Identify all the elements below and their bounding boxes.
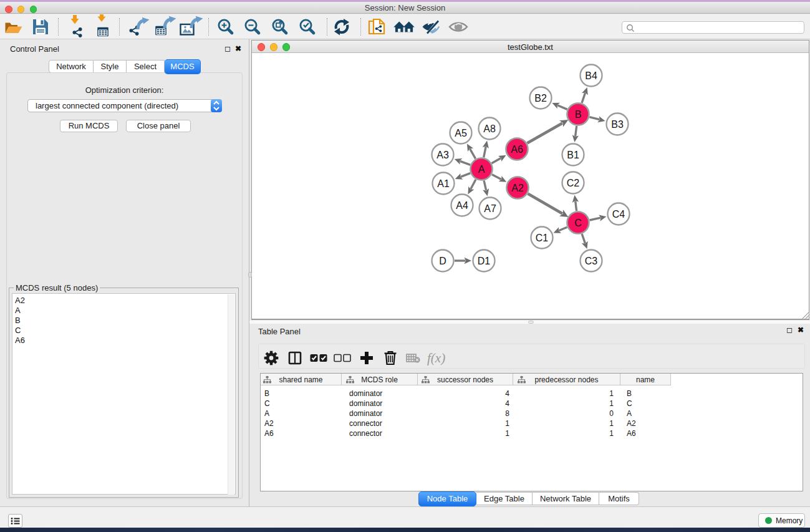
svg-text:A1: A1 bbox=[437, 178, 450, 189]
svg-text:A8: A8 bbox=[483, 123, 496, 134]
svg-text:A6: A6 bbox=[511, 144, 523, 155]
svg-text:C3: C3 bbox=[585, 256, 598, 266]
svg-text:A5: A5 bbox=[455, 128, 467, 138]
svg-text:C1: C1 bbox=[536, 233, 549, 243]
svg-text:C: C bbox=[574, 218, 582, 228]
svg-text:D1: D1 bbox=[478, 256, 491, 266]
svg-text:B2: B2 bbox=[534, 93, 547, 104]
svg-text:A4: A4 bbox=[456, 200, 468, 211]
svg-text:D: D bbox=[439, 256, 446, 266]
svg-text:A: A bbox=[478, 164, 485, 175]
svg-text:C2: C2 bbox=[567, 178, 580, 188]
svg-text:B1: B1 bbox=[567, 150, 579, 160]
svg-text:B4: B4 bbox=[585, 70, 597, 81]
svg-text:A7: A7 bbox=[484, 203, 496, 214]
svg-text:B3: B3 bbox=[611, 119, 624, 130]
svg-text:B: B bbox=[575, 109, 582, 120]
svg-text:A2: A2 bbox=[511, 183, 524, 193]
svg-text:f(x): f(x) bbox=[427, 351, 445, 365]
svg-text:A3: A3 bbox=[436, 150, 449, 160]
svg-text:C4: C4 bbox=[612, 209, 625, 220]
